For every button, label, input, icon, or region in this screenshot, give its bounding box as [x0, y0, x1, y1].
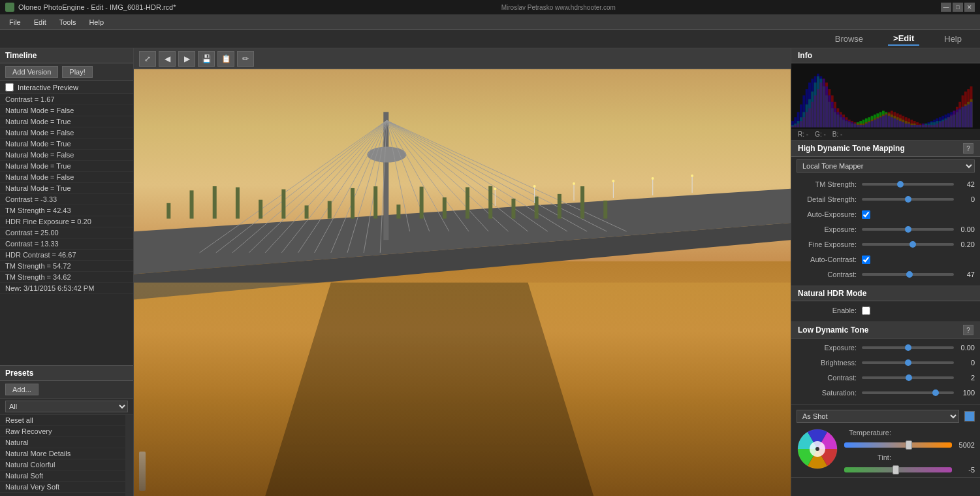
copy-button[interactable]: 📋 [217, 51, 234, 67]
whitebalance-select[interactable]: As Shot [797, 410, 959, 423]
ldt-exposure-slider[interactable] [862, 346, 954, 349]
low-dynamic-tone-section: Low Dynamic Tone ? Exposure: 0.00 Bright… [791, 322, 980, 405]
auto-exposure-checkbox[interactable] [862, 210, 870, 219]
ldt-contrast-thumb [906, 374, 912, 381]
timeline-item-1[interactable]: Natural Mode = False [0, 105, 133, 116]
tint-slider-track[interactable] [844, 467, 952, 472]
preset-item-1[interactable]: Raw Recovery [0, 426, 133, 437]
maximize-button[interactable]: □ [953, 3, 963, 12]
main-content: Timeline Add Version Play! Interactive P… [0, 48, 980, 496]
hdr-section-body: TM Strength: 42 Detail Strength: [791, 175, 980, 286]
minimize-button[interactable]: — [941, 3, 951, 12]
timeline-item-13[interactable]: Contrast = 13.33 [0, 239, 133, 250]
auto-contrast-label: Auto-Contrast: [797, 256, 862, 263]
rgb-b: B: - [832, 131, 843, 138]
edit-button[interactable]: ✏ [237, 51, 254, 67]
menu-tools[interactable]: Tools [53, 17, 83, 27]
preset-item-5[interactable]: Natural Soft [0, 471, 133, 482]
timeline-list[interactable]: Contrast = 1.67Natural Mode = FalseNatur… [0, 94, 133, 365]
ldt-brightness-slider[interactable] [862, 361, 954, 364]
timeline-item-15[interactable]: TM Strength = 54.72 [0, 261, 133, 272]
color-swatch[interactable] [964, 411, 975, 422]
exposure-slider[interactable] [862, 228, 954, 231]
close-button[interactable]: ✕ [964, 3, 975, 12]
rgb-g: G: - [815, 131, 826, 138]
exposure-thumb [905, 226, 911, 233]
play-button[interactable]: Play! [62, 66, 92, 78]
ldt-saturation-slider[interactable] [862, 391, 954, 394]
ldt-brightness-thumb [905, 359, 911, 366]
low-dynamic-tone-body: Exposure: 0.00 Brightness: [791, 339, 980, 404]
title-bar-left: Oloneo PhotoEngine - Edit - IMG_6081-HDR… [5, 3, 176, 12]
nav-help[interactable]: Help [939, 33, 967, 45]
timeline-item-7[interactable]: Natural Mode = False [0, 172, 133, 183]
timeline-controls: Add Version Play! [0, 63, 133, 81]
preset-item-0[interactable]: Reset all [0, 415, 133, 426]
auto-contrast-checkbox[interactable] [862, 256, 870, 264]
timeline-item-12[interactable]: Contrast = 25.00 [0, 227, 133, 239]
presets-controls: Add... [0, 381, 133, 399]
presets-filter-select[interactable]: All [5, 401, 128, 412]
interactive-preview-checkbox[interactable] [5, 83, 14, 91]
prev-button[interactable]: ◀ [159, 51, 176, 67]
fine-exposure-slider[interactable] [862, 243, 954, 246]
auto-contrast-row: Auto-Contrast: [797, 253, 975, 266]
hdr-section-header: High Dynamic Tone Mapping ? [791, 141, 980, 157]
timeline-item-14[interactable]: HDR Contrast = 46.67 [0, 250, 133, 261]
next-button[interactable]: ▶ [178, 51, 195, 67]
ldt-brightness-label: Brightness: [797, 359, 862, 367]
preset-item-6[interactable]: Natural Very Soft [0, 482, 133, 493]
preset-item-3[interactable]: Natural More Details [0, 448, 133, 459]
histogram-rgb: R: - G: - B: - [791, 129, 980, 140]
nav-edit[interactable]: >Edit [888, 32, 919, 46]
tm-strength-slider[interactable] [862, 183, 954, 186]
enable-label: Enable: [797, 306, 862, 314]
tint-row: Tint: [844, 451, 975, 464]
temperature-slider-track[interactable] [844, 442, 952, 448]
contrast-slider[interactable] [862, 273, 954, 276]
tone-mapper-dropdown-row: Local Tone Mapper [791, 157, 980, 175]
fine-exposure-label: Fine Exposure: [797, 240, 862, 248]
contrast-value: 47 [954, 271, 975, 278]
save-button[interactable]: 💾 [198, 51, 215, 67]
menu-help[interactable]: Help [82, 17, 110, 27]
timeline-item-9[interactable]: Contrast = -3.33 [0, 194, 133, 205]
natural-hdr-checkbox[interactable] [862, 306, 870, 315]
temperature-row: Temperature: [844, 426, 975, 439]
image-toolbar: ⤢ ◀ ▶ 💾 📋 ✏ [134, 48, 791, 69]
menu-file[interactable]: File [3, 17, 27, 27]
window-title: Oloneo PhotoEngine - Edit - IMG_6081-HDR… [18, 3, 176, 11]
hdr-help-button[interactable]: ? [963, 143, 973, 154]
timeline-item-8[interactable]: Natural Mode = True [0, 183, 133, 194]
timeline-panel: Timeline Add Version Play! Interactive P… [0, 48, 133, 365]
timeline-item-11[interactable]: HDR Fine Exposure = 0.20 [0, 216, 133, 227]
timeline-item-10[interactable]: TM Strength = 42.43 [0, 205, 133, 216]
timeline-item-6[interactable]: Natural Mode = True [0, 161, 133, 172]
tone-mapper-select[interactable]: Local Tone Mapper [797, 159, 975, 173]
timeline-item-16[interactable]: TM Strength = 34.62 [0, 272, 133, 283]
preset-item-2[interactable]: Natural [0, 437, 133, 448]
timeline-item-0[interactable]: Contrast = 1.67 [0, 94, 133, 105]
timeline-item-2[interactable]: Natural Mode = True [0, 116, 133, 127]
center-panel: ⤢ ◀ ▶ 💾 📋 ✏ [134, 48, 791, 496]
nav-browse[interactable]: Browse [830, 33, 868, 45]
ldt-help-button[interactable]: ? [963, 325, 973, 335]
timeline-item-5[interactable]: Natural Mode = False [0, 150, 133, 161]
contrast-label: Contrast: [797, 271, 862, 278]
timeline-item-4[interactable]: Natural Mode = True [0, 139, 133, 150]
ldt-saturation-label: Saturation: [797, 389, 862, 397]
natural-hdr-enable-row: Enable: [797, 304, 975, 317]
menu-edit[interactable]: Edit [27, 17, 53, 27]
add-version-button[interactable]: Add Version [5, 66, 58, 78]
timeline-item-17[interactable]: New: 3/11/2015 6:53:42 PM [0, 283, 133, 294]
ldt-brightness-value: 0 [954, 359, 975, 367]
add-preset-button[interactable]: Add... [5, 384, 39, 395]
preset-item-4[interactable]: Natural Colorful [0, 459, 133, 471]
presets-list[interactable]: Reset allRaw RecoveryNaturalNatural More… [0, 415, 133, 496]
fullscreen-button[interactable]: ⤢ [139, 51, 156, 67]
tm-strength-thumb [897, 181, 904, 188]
ldt-contrast-slider[interactable] [862, 376, 954, 379]
window-controls[interactable]: — □ ✕ [941, 3, 975, 12]
detail-strength-slider[interactable] [862, 198, 954, 201]
timeline-item-3[interactable]: Natural Mode = False [0, 127, 133, 139]
